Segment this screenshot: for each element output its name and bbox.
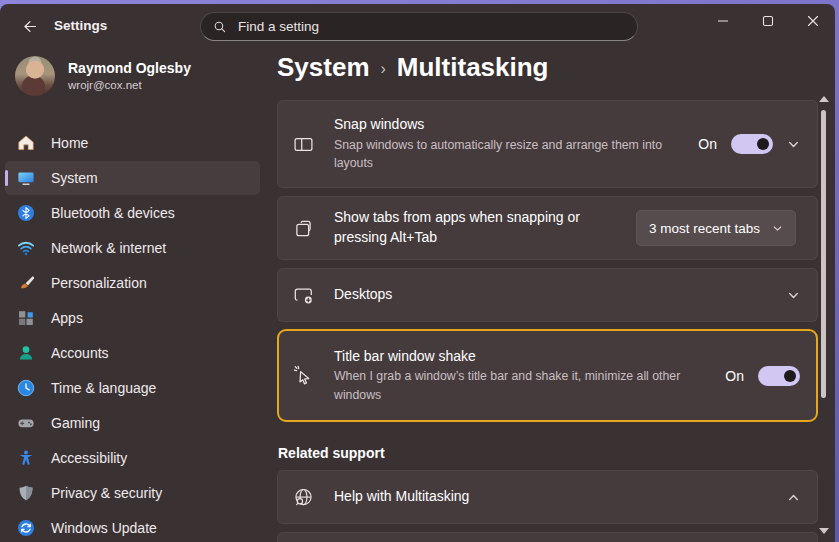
sidebar-item-label: System <box>51 170 98 186</box>
system-icon <box>17 169 35 187</box>
sidebar-item-label: Time & language <box>51 380 156 396</box>
network-icon <box>17 239 35 257</box>
setting-title: Show tabs from apps when snapping or pre… <box>334 208 624 247</box>
bluetooth-icon <box>17 204 35 222</box>
setting-title: Title bar window shake <box>334 347 713 367</box>
page-title: Multitasking <box>397 52 549 83</box>
accessibility-icon <box>17 449 35 467</box>
sidebar-item-home[interactable]: Home <box>5 126 260 160</box>
sidebar-item-label: Home <box>51 135 88 151</box>
card-title-bar-window-shake[interactable]: Title bar window shake When I grab a win… <box>277 329 818 422</box>
scrollbar[interactable] <box>818 96 830 534</box>
card-snap-windows[interactable]: Snap windows Snap windows to automatical… <box>277 100 818 188</box>
personalization-icon <box>17 274 35 292</box>
globe-search-icon <box>293 487 315 508</box>
main-content: System › Multitasking Snap windows Snap … <box>277 4 818 542</box>
sidebar-item-personalization[interactable]: Personalization <box>5 266 260 300</box>
sidebar-item-label: Accounts <box>51 345 109 361</box>
home-icon <box>17 134 35 152</box>
sidebar-item-label: Apps <box>51 310 83 326</box>
accounts-icon <box>17 344 35 362</box>
gaming-icon <box>17 414 35 432</box>
scroll-up-arrow-icon[interactable] <box>819 96 829 102</box>
sidebar-item-accessibility[interactable]: Accessibility <box>5 441 260 475</box>
tabs-dropdown[interactable]: 3 most recent tabs <box>636 210 796 246</box>
chevron-down-icon <box>772 223 783 234</box>
breadcrumb-parent[interactable]: System <box>277 52 370 83</box>
app-tabs-icon <box>293 218 315 239</box>
setting-description: When I grab a window’s title bar and sha… <box>334 367 713 404</box>
scroll-down-arrow-icon[interactable] <box>819 528 829 534</box>
sidebar-item-windows-update[interactable]: Windows Update <box>5 511 260 542</box>
sidebar-nav: Home System Bluetooth & devices Network … <box>5 126 260 542</box>
sidebar-item-bluetooth-devices[interactable]: Bluetooth & devices <box>5 196 260 230</box>
sidebar-item-label: Network & internet <box>51 240 166 256</box>
sidebar: Raymond Oglesby wrojr@cox.net Home Syste… <box>0 48 272 542</box>
desktops-icon <box>293 285 315 306</box>
sidebar-item-label: Windows Update <box>51 520 157 536</box>
apps-icon <box>17 309 35 327</box>
breadcrumb-separator-icon: › <box>381 60 386 78</box>
windows-update-icon <box>17 519 35 537</box>
setting-description: Snap windows to automatically resize and… <box>334 136 686 173</box>
setting-title: Desktops <box>334 285 775 305</box>
sidebar-item-accounts[interactable]: Accounts <box>5 336 260 370</box>
chevron-down-icon[interactable] <box>787 138 800 151</box>
sidebar-item-label: Gaming <box>51 415 100 431</box>
privacy-security-icon <box>17 484 35 502</box>
back-button[interactable] <box>14 12 44 40</box>
chevron-down-icon[interactable] <box>787 289 800 302</box>
setting-title: Help with Multitasking <box>334 487 775 507</box>
settings-window: Settings <box>0 4 835 542</box>
sidebar-item-apps[interactable]: Apps <box>5 301 260 335</box>
related-support-heading: Related support <box>278 445 385 461</box>
time-language-icon <box>17 379 35 397</box>
toggle-state-label: On <box>698 136 717 152</box>
card-partial[interactable] <box>277 532 818 542</box>
sidebar-item-privacy-security[interactable]: Privacy & security <box>5 476 260 510</box>
card-help-with-multitasking[interactable]: Help with Multitasking <box>277 470 818 524</box>
user-name: Raymond Oglesby <box>68 59 191 77</box>
user-profile[interactable]: Raymond Oglesby wrojr@cox.net <box>15 56 255 96</box>
breadcrumb: System › Multitasking <box>277 52 549 83</box>
shake-cursor-icon <box>293 365 315 386</box>
sidebar-item-label: Privacy & security <box>51 485 162 501</box>
sidebar-item-label: Personalization <box>51 275 147 291</box>
avatar <box>15 56 55 96</box>
card-show-tabs[interactable]: Show tabs from apps when snapping or pre… <box>277 196 818 260</box>
sidebar-item-network-internet[interactable]: Network & internet <box>5 231 260 265</box>
toggle-state-label: On <box>725 368 744 384</box>
sidebar-item-time-language[interactable]: Time & language <box>5 371 260 405</box>
user-email: wrojr@cox.net <box>68 78 191 93</box>
chevron-up-icon[interactable] <box>787 491 800 504</box>
title-bar-window-shake-toggle[interactable] <box>758 366 800 386</box>
back-arrow-icon <box>21 18 38 35</box>
setting-title: Snap windows <box>334 115 686 135</box>
snap-windows-icon <box>293 134 315 155</box>
snap-windows-toggle[interactable] <box>731 134 773 154</box>
app-title: Settings <box>54 18 107 33</box>
sidebar-item-label: Bluetooth & devices <box>51 205 175 221</box>
sidebar-item-label: Accessibility <box>51 450 127 466</box>
card-desktops[interactable]: Desktops <box>277 268 818 322</box>
sidebar-item-system[interactable]: System <box>5 161 260 195</box>
sidebar-item-gaming[interactable]: Gaming <box>5 406 260 440</box>
scrollbar-thumb[interactable] <box>821 110 826 398</box>
search-icon <box>213 20 227 34</box>
dropdown-value: 3 most recent tabs <box>649 221 760 236</box>
